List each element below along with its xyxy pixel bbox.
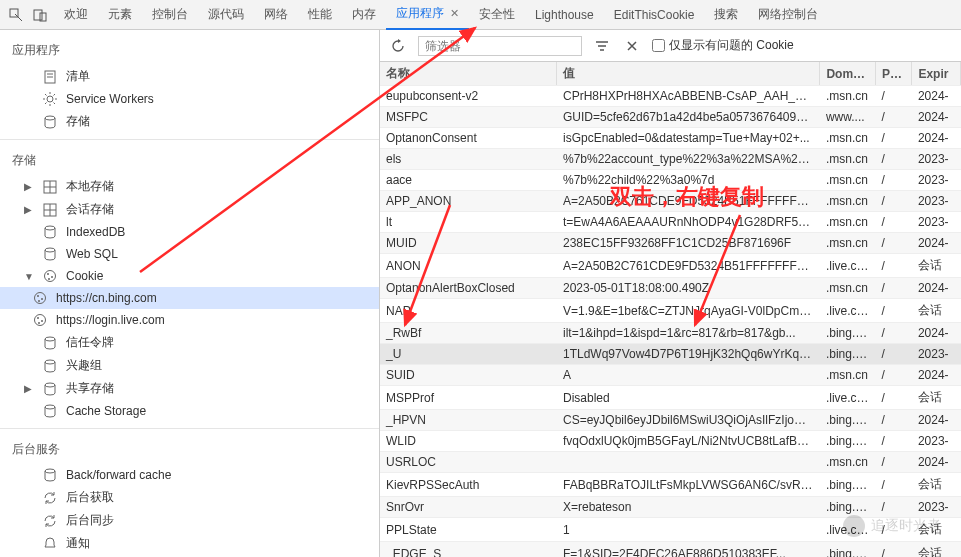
cell-name: aace: [380, 170, 557, 191]
col-header-Expir[interactable]: Expir: [912, 62, 961, 86]
sidebar-item-共享存储[interactable]: ▶共享存储: [0, 377, 379, 400]
cell-path: /: [876, 212, 912, 233]
device-icon[interactable]: [30, 5, 50, 25]
cell-domain: .live.co...: [820, 518, 876, 542]
sidebar-item-信任令牌[interactable]: 信任令牌: [0, 331, 379, 354]
table-row[interactable]: _U1TLdWq97Vow4D7P6T19HjK32hQq6wYrKqEn...…: [380, 344, 961, 365]
only-issues-input[interactable]: [652, 39, 665, 52]
table-row[interactable]: SUIDA.msn.cn/2024-: [380, 365, 961, 386]
col-header-值[interactable]: 值: [557, 62, 820, 86]
cell-exp: 2024-: [912, 128, 961, 149]
sidebar-item-存储[interactable]: 存储: [0, 110, 379, 133]
col-header-Path[interactable]: Path: [876, 62, 912, 86]
table-row[interactable]: NAPV=1.9&E=1bef&C=ZTJNJrqAyaGI-V0lDpCmN.…: [380, 299, 961, 323]
sidebar-item-Web SQL[interactable]: Web SQL: [0, 243, 379, 265]
sidebar-item-Back/forward cache[interactable]: Back/forward cache: [0, 464, 379, 486]
tab-元素[interactable]: 元素: [98, 0, 142, 30]
cell-domain: .msn.cn: [820, 128, 876, 149]
clear-icon[interactable]: [622, 36, 642, 56]
tab-欢迎[interactable]: 欢迎: [54, 0, 98, 30]
cookie-toolbar: 仅显示有问题的 Cookie: [380, 30, 961, 62]
table-row[interactable]: MSFPCGUID=5cfe62d67b1a42d4be5a0573676409…: [380, 107, 961, 128]
svg-point-15: [45, 248, 55, 252]
cell-name: OptanonConsent: [380, 128, 557, 149]
tab-Lighthouse[interactable]: Lighthouse: [525, 0, 604, 30]
db-icon: [42, 114, 58, 130]
tab-内存[interactable]: 内存: [342, 0, 386, 30]
cell-value: 1TLdWq97Vow4D7P6T19HjK32hQq6wYrKqEn...: [557, 344, 820, 365]
sidebar-item-Cookie[interactable]: ▼Cookie: [0, 265, 379, 287]
expand-arrow-icon: ▶: [24, 181, 34, 192]
section-title: 存储: [0, 146, 379, 175]
tab-网络[interactable]: 网络: [254, 0, 298, 30]
cell-domain: .msn.cn: [820, 86, 876, 107]
table-row[interactable]: _RwBfilt=1&ihpd=1&ispd=1&rc=817&rb=817&g…: [380, 323, 961, 344]
sidebar-item-https://cn.bing.com[interactable]: https://cn.bing.com: [0, 287, 379, 309]
inspect-icon[interactable]: [6, 5, 26, 25]
cell-name: eupubconsent-v2: [380, 86, 557, 107]
table-row[interactable]: USRLOC.msn.cn/2024-: [380, 452, 961, 473]
table-row[interactable]: MSPProfDisabled.live.co.../会话: [380, 386, 961, 410]
svg-point-26: [41, 320, 43, 322]
sidebar-item-后台获取[interactable]: 后台获取: [0, 486, 379, 509]
svg-point-27: [38, 322, 40, 324]
sidebar-item-清单[interactable]: 清单: [0, 65, 379, 88]
tab-应用程序[interactable]: 应用程序✕: [386, 0, 469, 30]
sidebar-item-兴趣组[interactable]: 兴趣组: [0, 354, 379, 377]
bell-icon: [42, 536, 58, 552]
table-row[interactable]: APP_ANONA=2A50B2C761CDE9FD5324B51FFFFFFF…: [380, 191, 961, 212]
tab-安全性[interactable]: 安全性: [469, 0, 525, 30]
col-header-名称[interactable]: 名称: [380, 62, 557, 86]
cell-name: lt: [380, 212, 557, 233]
table-row[interactable]: ltt=EwA4A6AEAAAURnNhODP4v1G28DRF5A6y....…: [380, 212, 961, 233]
sidebar-item-本地存储[interactable]: ▶本地存储: [0, 175, 379, 198]
table-row[interactable]: _HPVNCS=eyJQbil6eyJDbil6MSwiU3QiOjAsIlFz…: [380, 410, 961, 431]
cell-path: /: [876, 542, 912, 558]
table-row[interactable]: SnrOvrX=rebateson.bing.c.../2023-: [380, 497, 961, 518]
tab-控制台[interactable]: 控制台: [142, 0, 198, 30]
sidebar-item-Service Workers[interactable]: Service Workers: [0, 88, 379, 110]
table-row[interactable]: _EDGE_SF=1&SID=2F4DFC26AF886D510383EF...…: [380, 542, 961, 558]
sidebar-item-通知[interactable]: 通知: [0, 532, 379, 555]
only-issues-checkbox[interactable]: 仅显示有问题的 Cookie: [652, 37, 794, 54]
cell-domain: .msn.cn: [820, 278, 876, 299]
tab-性能[interactable]: 性能: [298, 0, 342, 30]
filter-icon[interactable]: [592, 36, 612, 56]
cell-domain: .msn.cn: [820, 170, 876, 191]
table-row[interactable]: eupubconsent-v2CPrH8HXPrH8HXAcABBENB-CsA…: [380, 86, 961, 107]
cell-path: /: [876, 410, 912, 431]
table-row[interactable]: KievRPSSecAuthFABqBBRaTOJILtFsMkpLVWSG6A…: [380, 473, 961, 497]
table-row[interactable]: OptanonConsentisGpcEnabled=0&datestamp=T…: [380, 128, 961, 149]
table-row[interactable]: MUID238EC15FF93268FF1C1CD25BF871696F.msn…: [380, 233, 961, 254]
table-row[interactable]: OptanonAlertBoxClosed2023-05-01T18:08:00…: [380, 278, 961, 299]
cell-value: A=2A50B2C761CDE9FD5324B51FFFFFFFFF&...: [557, 191, 820, 212]
sidebar-item-Cache Storage[interactable]: Cache Storage: [0, 400, 379, 422]
tab-网络控制台[interactable]: 网络控制台: [748, 0, 828, 30]
cell-path: /: [876, 365, 912, 386]
tab-EditThisCookie[interactable]: EditThisCookie: [604, 0, 705, 30]
cell-name: NAP: [380, 299, 557, 323]
sidebar-item-后台同步[interactable]: 后台同步: [0, 509, 379, 532]
close-icon[interactable]: ✕: [450, 7, 459, 20]
filter-input[interactable]: [418, 36, 582, 56]
table-row[interactable]: PPLState1.live.co.../会话: [380, 518, 961, 542]
sidebar-item-会话存储[interactable]: ▶会话存储: [0, 198, 379, 221]
sidebar-item-IndexedDB[interactable]: IndexedDB: [0, 221, 379, 243]
cell-exp: 2023-: [912, 344, 961, 365]
tab-源代码[interactable]: 源代码: [198, 0, 254, 30]
cell-exp: 2024-: [912, 323, 961, 344]
grid-icon: [42, 179, 58, 195]
tab-搜索[interactable]: 搜索: [704, 0, 748, 30]
cell-name: _U: [380, 344, 557, 365]
table-row[interactable]: WLIDfvqOdxlUQk0jmB5GFayL/Ni2NtvUCB8tLafB…: [380, 431, 961, 452]
refresh-icon[interactable]: [388, 36, 408, 56]
table-row[interactable]: aace%7b%22child%22%3a0%7d.msn.cn/2023-: [380, 170, 961, 191]
table-row[interactable]: ANONA=2A50B2C761CDE9FD5324B51FFFFFFFFF&.…: [380, 254, 961, 278]
cell-exp: 2023-: [912, 191, 961, 212]
cell-path: /: [876, 233, 912, 254]
cell-value: FABqBBRaTOJILtFsMkpLVWSG6AN6C/svRwN...: [557, 473, 820, 497]
cell-value: fvqOdxlUQk0jmB5GFayL/Ni2NtvUCB8tLafBga..…: [557, 431, 820, 452]
col-header-Domain[interactable]: Domain: [820, 62, 876, 86]
sidebar-item-https://login.live.com[interactable]: https://login.live.com: [0, 309, 379, 331]
table-row[interactable]: els%7b%22account_type%22%3a%22MSA%22%...…: [380, 149, 961, 170]
